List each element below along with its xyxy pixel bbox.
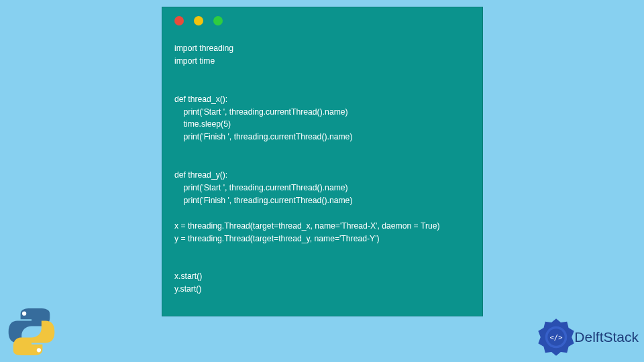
delftstack-badge-icon: </>	[537, 318, 576, 357]
delftstack-label: DelftStack	[574, 329, 639, 345]
svg-point-1	[37, 348, 41, 352]
code-content: import threading import time def thread_…	[162, 27, 482, 302]
delftstack-branding: </> DelftStack	[537, 318, 639, 357]
python-logo-icon	[5, 306, 58, 358]
minimize-icon[interactable]	[194, 16, 203, 25]
close-icon[interactable]	[174, 16, 184, 25]
maximize-icon[interactable]	[213, 16, 223, 25]
code-window: import threading import time def thread_…	[162, 7, 483, 316]
svg-text:</>: </>	[550, 333, 563, 341]
svg-point-0	[22, 312, 26, 316]
window-title-bar	[162, 7, 482, 27]
